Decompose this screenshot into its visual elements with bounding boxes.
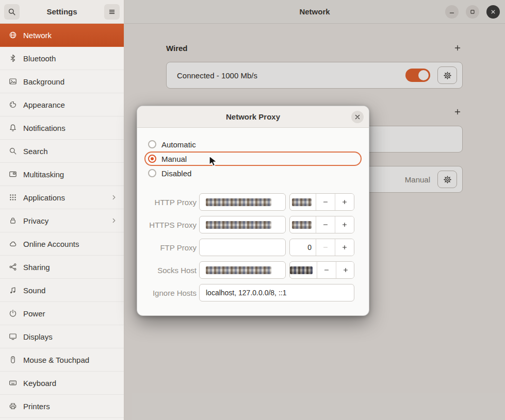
power-icon — [9, 309, 17, 317]
ftp-port-value: 0 — [290, 239, 316, 256]
ignore-hosts-value: localhost, 127.0.0.0/8, ::1 — [206, 289, 286, 297]
https-port-value — [290, 216, 316, 233]
maximize-icon — [469, 8, 476, 15]
sidebar-item-multitasking[interactable]: Multitasking — [0, 163, 124, 186]
radio-checked-icon — [148, 155, 156, 163]
wired-connection-row[interactable]: Connected - 1000 Mb/s — [166, 62, 463, 89]
background-icon — [9, 77, 17, 86]
http-proxy-input[interactable] — [199, 193, 286, 211]
radio-label: Manual — [161, 155, 187, 163]
sidebar-item-label: Search — [23, 147, 118, 156]
appearance-icon — [9, 100, 17, 109]
ignore-hosts-input[interactable]: localhost, 127.0.0.0/8, ::1 — [199, 284, 354, 301]
sidebar-item-power[interactable]: Power — [0, 302, 124, 325]
sidebar-item-bluetooth[interactable]: Bluetooth — [0, 47, 124, 70]
close-icon — [490, 8, 497, 15]
sidebar-item-printers[interactable]: Printers — [0, 395, 124, 418]
wired-toggle[interactable] — [405, 69, 430, 82]
radio-unchecked-icon — [148, 169, 156, 177]
add-vpn-button[interactable] — [452, 107, 463, 117]
proxy-option-manual[interactable]: Manual — [144, 152, 362, 166]
sidebar-item-label: Notifications — [23, 124, 118, 132]
sidebar-item-online-accounts[interactable]: Online Accounts — [0, 232, 124, 256]
radio-label: Automatic — [161, 140, 196, 149]
sidebar-item-privacy[interactable]: Privacy — [0, 209, 124, 232]
sidebar-item-applications[interactable]: Applications — [0, 186, 124, 209]
wired-section-header: Wired — [166, 40, 463, 56]
http-proxy-row: HTTP Proxy — [144, 193, 362, 211]
sidebar-item-notifications[interactable]: Notifications — [0, 116, 124, 140]
search-icon — [8, 8, 16, 16]
hamburger-menu-icon — [108, 8, 116, 16]
sidebar-item-search[interactable]: Search — [0, 140, 124, 163]
ftp-proxy-label: FTP Proxy — [144, 243, 197, 252]
wired-section: Wired Connected - 1000 Mb/s — [166, 40, 463, 89]
wired-status-label: Connected - 1000 Mb/s — [177, 71, 405, 80]
sidebar-title: Settings — [23, 7, 101, 16]
https-port-spinner[interactable] — [289, 216, 354, 233]
sidebar-item-appearance[interactable]: Appearance — [0, 93, 124, 116]
socks-host-row: Socks Host — [144, 261, 362, 279]
ftp-port-decrement-button[interactable] — [316, 239, 335, 256]
sidebar-item-label: Background — [23, 77, 118, 86]
ftp-port-spinner[interactable]: 0 — [289, 239, 354, 256]
search-button[interactable] — [4, 4, 20, 20]
network-icon — [9, 31, 17, 39]
redacted-value — [292, 221, 312, 229]
privacy-lock-icon — [9, 216, 17, 225]
https-proxy-input[interactable] — [199, 216, 286, 233]
socks-port-decrement-button[interactable] — [317, 262, 336, 278]
wired-settings-button[interactable] — [437, 66, 457, 84]
sidebar-item-sharing[interactable]: Sharing — [0, 256, 124, 279]
sidebar-item-label: Bluetooth — [23, 54, 118, 63]
socks-host-input[interactable] — [199, 261, 286, 279]
http-port-spinner[interactable] — [289, 193, 354, 211]
gear-icon — [443, 71, 452, 80]
menu-button[interactable] — [104, 4, 120, 20]
ftp-port-increment-button[interactable] — [335, 239, 354, 256]
printer-icon — [9, 402, 17, 410]
radio-label: Disabled — [161, 169, 191, 178]
add-wired-connection-button[interactable] — [452, 43, 463, 53]
minimize-button[interactable] — [445, 5, 459, 19]
minus-icon — [322, 244, 329, 251]
sidebar-item-network[interactable]: Network — [0, 24, 124, 47]
socks-port-increment-button[interactable] — [336, 262, 354, 278]
bluetooth-icon — [9, 54, 17, 62]
dialog-body: Automatic Manual Disabled HTTP Proxy — [137, 128, 369, 301]
ftp-proxy-input[interactable] — [199, 239, 286, 256]
plus-icon — [453, 44, 462, 52]
notifications-bell-icon — [9, 124, 17, 132]
socks-port-spinner[interactable] — [289, 261, 354, 279]
https-port-increment-button[interactable] — [335, 216, 354, 233]
sidebar-nav: Network Bluetooth Background Appearance … — [0, 24, 124, 420]
sidebar-item-sound[interactable]: Sound — [0, 279, 124, 302]
mouse-icon — [9, 356, 17, 364]
proxy-form: HTTP Proxy HTTPS Proxy — [144, 193, 362, 301]
http-port-decrement-button[interactable] — [316, 194, 335, 210]
maximize-button[interactable] — [466, 5, 479, 19]
applications-grid-icon — [9, 193, 17, 201]
https-proxy-row: HTTPS Proxy — [144, 216, 362, 233]
plus-icon — [453, 108, 462, 116]
proxy-settings-button[interactable] — [437, 171, 457, 188]
chevron-right-icon — [110, 217, 118, 224]
proxy-option-disabled[interactable]: Disabled — [144, 166, 362, 180]
radio-unchecked-icon — [148, 140, 156, 148]
http-port-increment-button[interactable] — [335, 194, 354, 210]
sidebar-item-background[interactable]: Background — [0, 70, 124, 93]
main-headerbar: Network — [124, 0, 505, 24]
sidebar-item-mouse-touchpad[interactable]: Mouse & Touchpad — [0, 348, 124, 372]
sidebar-item-displays[interactable]: Displays — [0, 325, 124, 348]
proxy-option-automatic[interactable]: Automatic — [144, 137, 362, 152]
minimize-icon — [448, 8, 455, 15]
proxy-mode-value: Manual — [405, 175, 430, 184]
https-port-decrement-button[interactable] — [316, 216, 335, 233]
dialog-close-button[interactable] — [351, 111, 364, 123]
sidebar-item-label: Power — [23, 309, 118, 318]
ignore-hosts-row: Ignore Hosts localhost, 127.0.0.0/8, ::1 — [144, 284, 362, 301]
close-button[interactable] — [486, 5, 500, 19]
http-port-value — [290, 194, 316, 210]
sidebar-item-keyboard[interactable]: Keyboard — [0, 372, 124, 395]
network-proxy-dialog: Network Proxy Automatic Manual Disabled … — [137, 106, 369, 316]
